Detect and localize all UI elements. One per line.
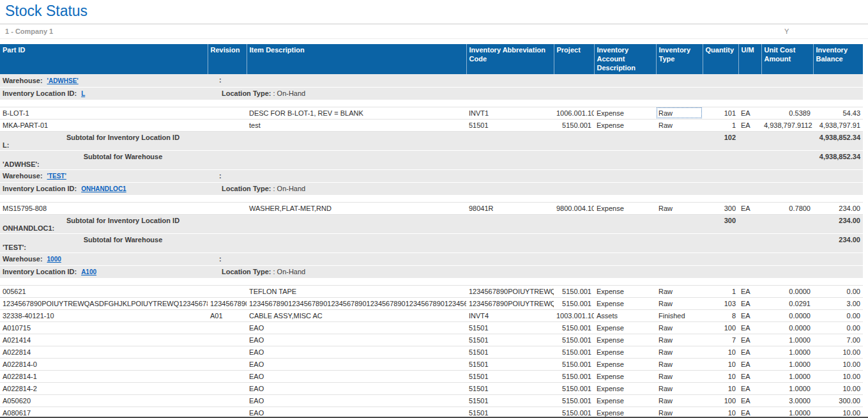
location-type-value: : On-Hand [271,268,305,275]
cell-inventory-abbreviation-code: 51501 [466,346,554,358]
column-header-unit-cost-amount: Unit Cost Amount [761,44,813,74]
cell-inventory-abbreviation-code: 51501 [466,321,554,334]
warehouse-label: Warehouse: [3,172,43,180]
cell-inventory-account-description: Expense [594,119,656,131]
cell-item-description: EAO [247,382,466,394]
cell-inventory-balance: 4,938,797.91 [813,119,863,131]
stock-status-page: Stock Status 1 - Company 1 Y Part IDRevi… [0,0,868,418]
cell-inventory-balance: 0.00 [813,285,863,297]
table-row: A050620EAO515015150.001ExpenseRaw100EA3.… [0,394,863,406]
cell-part-id: 1234567890POIUYTREWQASDFGHJKLPOIUYTREWQ1… [0,297,208,309]
cell-inventory-account-description: Expense [594,346,656,358]
cell-inventory-type[interactable]: Raw [656,107,703,119]
inventory-location-link[interactable]: A100 [81,268,96,275]
cell-project: 5150.001 [554,394,594,406]
cell-part-id: A022814-1 [0,370,208,382]
cell-part-id: 32338-40121-10 [0,309,208,321]
cell-inventory-balance: 300.00 [813,394,863,406]
cell-inventory-type: Raw [656,358,703,370]
table-row: 1234567890POIUYTREWQASDFGHJKLPOIUYTREWQ1… [0,297,863,309]
location-type-label: Location Type: [222,268,271,275]
inventory-location-label: Inventory Location ID: [3,268,77,275]
cell-inventory-abbreviation-code: 1234567890POIUYTREWQ [466,285,554,297]
cell-item-description: 1234567890123456789012345678901234567890… [247,297,466,309]
cell-quantity: 100 [703,394,738,406]
location-type: Location Type: : On-Hand [222,185,305,192]
table-body: Warehouse:'ADWHSE':Inventory Location ID… [0,74,863,418]
inventory-location-link[interactable]: ONHANDLOC1 [81,185,126,192]
cell-inventory-account-description: Expense [594,297,656,309]
cell-revision [208,382,247,394]
subtotal-quantity: 102 [703,131,738,150]
cell-quantity: 7 [703,334,738,346]
cell-unit-cost-amount: 3.0000 [761,394,813,406]
cell-inventory-abbreviation-code: 1234567890POIUYTREWQ [466,297,554,309]
location-type-label: Location Type: [222,185,271,192]
cell-revision [208,285,247,297]
warehouse-row: Warehouse:'TEST': [0,169,863,182]
cell-inventory-abbreviation-code: 98041R [466,202,554,214]
cell-u-m: EA [738,119,761,131]
cell-inventory-balance: 10.00 [813,382,863,394]
cell-u-m: EA [738,297,761,309]
cell-revision [208,394,247,406]
cell-part-id: A050620 [0,394,208,406]
subtotal-label: Subtotal for Inventory Location ID [3,217,208,224]
cell-item-description: WASHER,FLAT-MET,RND [247,202,466,214]
cell-unit-cost-amount: 0.0291 [761,297,813,309]
cell-part-id: A021414 [0,334,208,346]
cell-inventory-type: Raw [656,202,703,214]
cell-inventory-type: Raw [656,119,703,131]
column-header-part-id: Part ID [0,44,208,74]
subtotal-balance: 4,938,852.34 [813,131,863,150]
cell-unit-cost-amount: 1.0000 [761,358,813,370]
column-header-inventory-type: Inventory Type [656,44,703,74]
table-row: A021414EAO515015150.001ExpenseRaw7EA1.00… [0,334,863,346]
inventory-location-label: Inventory Location ID: [3,89,77,97]
cell-quantity: 1 [703,119,738,131]
warehouse-colon: : [219,255,222,263]
subtotal-location-row: Subtotal for Inventory Location IDONHAND… [0,214,863,233]
cell-inventory-account-description: Expense [594,370,656,382]
location-row: Inventory Location ID:LLocation Type: : … [0,87,863,100]
subtotal-name: 'ADWHSE': [3,160,700,168]
cell-project: 1006.001.10 [554,107,594,119]
cell-inventory-account-description: Expense [594,394,656,406]
warehouse-link[interactable]: 'ADWHSE' [47,77,79,84]
cell-inventory-balance: 7.00 [813,334,863,346]
cell-inventory-balance: 10.00 [813,346,863,358]
cell-project: 9800.004.10 [554,202,594,214]
cell-unit-cost-amount: 0.0000 [761,321,813,334]
cell-inventory-type: Raw [656,346,703,358]
cell-inventory-account-description: Expense [594,285,656,297]
inventory-location-link[interactable]: L [81,90,85,97]
warehouse-row: Warehouse:'ADWHSE': [0,74,863,87]
cell-inventory-balance: 54.43 [813,107,863,119]
warehouse-link[interactable]: 1000 [47,256,61,263]
cell-u-m: EA [738,358,761,370]
subtotal-label: Subtotal for Warehouse [3,236,208,244]
cell-revision [208,202,247,214]
cell-inventory-type: Raw [656,321,703,334]
cell-project: 5150.001 [554,346,594,358]
table-row: MKA-PART-01test515015150.001ExpenseRaw1E… [0,119,863,131]
cell-item-description: TEFLON TAPE [247,285,466,297]
subtotal-label: Subtotal for Inventory Location ID [3,134,208,141]
subtotal-warehouse-row: Subtotal for Warehouse'TEST':234.00 [0,233,863,252]
cell-u-m: EA [738,346,761,358]
subtotal-quantity [703,150,738,169]
cell-inventory-type: Raw [656,370,703,382]
cell-u-m: EA [738,394,761,406]
cell-inventory-balance: 10.00 [813,358,863,370]
spacer-row [0,100,863,107]
cell-project: 5150.001 [554,297,594,309]
cell-quantity: 101 [703,107,738,119]
warehouse-row: Warehouse:1000: [0,252,863,265]
column-header-project: Project [554,44,594,74]
warehouse-link[interactable]: 'TEST' [47,173,66,180]
cell-item-description: CABLE ASSY,MISC AC [247,309,466,321]
cell-inventory-abbreviation-code: INVT4 [466,309,554,321]
cell-unit-cost-amount: 1.0000 [761,370,813,382]
column-header-quantity: Quantity [703,44,738,74]
location-type-label: Location Type: [222,89,271,97]
